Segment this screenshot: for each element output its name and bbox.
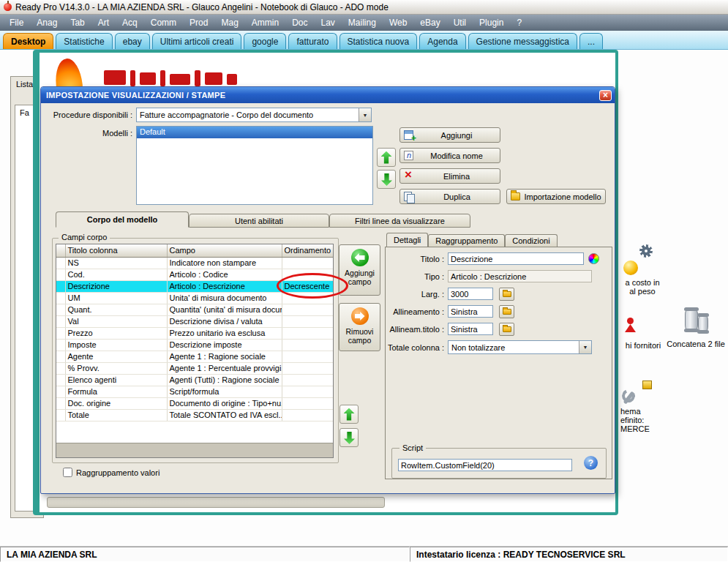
details-tab[interactable]: Dettagli (386, 233, 428, 247)
models-listbox[interactable]: Default (136, 126, 373, 205)
model-list-item[interactable]: Default (137, 127, 372, 138)
titolo-cell[interactable]: Descrizione (65, 280, 167, 292)
delete-model-button[interactable]: Elimina (399, 168, 500, 184)
model-section-tab[interactable]: Corpo del modello (56, 211, 189, 228)
menu-item[interactable]: File (3, 16, 30, 29)
desktop-tab[interactable]: Agenda (419, 33, 465, 49)
menu-item[interactable]: eBay (413, 16, 446, 29)
allineam-titolo-picker-button[interactable] (499, 323, 514, 336)
scroll-document-icon[interactable] (685, 309, 698, 331)
campo-cell[interactable]: Articolo : Codice (167, 269, 282, 280)
row-selector-cell[interactable] (56, 257, 65, 269)
row-selector-cell[interactable] (56, 292, 65, 304)
add-model-button[interactable]: Aggiungi (399, 127, 500, 143)
totale-colonna-select[interactable]: Non totalizzare (448, 340, 592, 354)
script-input[interactable] (398, 459, 572, 471)
campo-cell[interactable]: Totale SCONTATO ed IVA escl... (167, 409, 282, 421)
desktop-icon-label[interactable]: hi fornitori (619, 341, 667, 350)
rename-model-button[interactable]: Modifica nome (399, 148, 500, 163)
row-selector-cell[interactable] (56, 269, 65, 280)
grid-column-header[interactable]: Campo (167, 244, 282, 257)
campo-cell[interactable]: Documento di origine : Tipo+nu... (167, 397, 282, 409)
menu-item[interactable]: Prod (183, 16, 214, 29)
model-section-tab[interactable]: Utenti abilitati (189, 214, 329, 228)
titolo-cell[interactable]: Formula (65, 386, 167, 397)
desktop-icon-label[interactable]: Concatena 2 file (666, 340, 726, 348)
table-row[interactable]: Cod. Articolo : Codice (56, 269, 333, 280)
menu-item[interactable]: Mailing (342, 16, 383, 29)
color-wheel-icon[interactable] (588, 253, 599, 264)
desktop-icon-label[interactable]: a costo in (620, 278, 664, 287)
details-tab[interactable]: Raggruppamento (428, 234, 505, 247)
titolo-cell[interactable]: Elenco agenti (65, 374, 167, 386)
menu-item[interactable]: Tab (64, 16, 91, 29)
titolo-cell[interactable]: NS (65, 257, 167, 269)
titolo-input[interactable] (448, 252, 584, 265)
move-model-up-button[interactable] (377, 148, 396, 167)
grid-column-header[interactable]: Ordinamento (282, 244, 333, 257)
grid-selector-header[interactable] (56, 244, 65, 257)
titolo-cell[interactable]: Agente (65, 351, 167, 362)
chevron-down-icon[interactable] (579, 341, 591, 353)
table-row[interactable]: UM Unita' di misura documento (56, 292, 333, 304)
row-selector-cell[interactable] (56, 386, 65, 397)
ordinamento-cell[interactable] (282, 327, 333, 339)
campo-cell[interactable]: Indicatore non stampare (167, 257, 282, 269)
help-icon[interactable] (584, 456, 598, 470)
row-selector-cell[interactable] (56, 339, 65, 351)
row-selector-cell[interactable] (56, 315, 65, 327)
desktop-icon-label[interactable]: MERCE (620, 424, 657, 433)
add-field-button[interactable]: Aggiungi campo (339, 244, 380, 296)
table-row[interactable]: Quant. Quantita' (unita' di misura docum… (56, 304, 333, 315)
titolo-cell[interactable]: Totale (65, 409, 167, 421)
ordinamento-cell[interactable] (282, 374, 333, 386)
table-row[interactable]: % Provv. Agente 1 : Percentuale provvigi… (56, 362, 333, 374)
procedure-select[interactable]: Fatture accompagnatorie - Corpo del docu… (136, 108, 372, 122)
row-selector-cell[interactable] (56, 409, 65, 421)
row-selector-cell[interactable] (56, 304, 65, 315)
menu-item[interactable]: Doc (285, 16, 314, 29)
desktop-tab[interactable]: google (244, 33, 286, 49)
menu-item[interactable]: Util (447, 16, 473, 29)
ordinamento-cell[interactable] (282, 386, 333, 397)
table-row[interactable]: Prezzo Prezzo unitario iva esclusa (56, 327, 333, 339)
menu-item[interactable]: Web (383, 16, 413, 29)
grid-scroll-track[interactable] (56, 443, 333, 457)
move-field-up-button[interactable] (339, 405, 359, 424)
scroll-document-icon[interactable] (698, 315, 708, 332)
remove-field-button[interactable]: Rimuovi campo (339, 303, 380, 351)
menu-item[interactable]: Lav (315, 16, 342, 29)
titolo-cell[interactable]: Val (65, 315, 167, 327)
ordinamento-cell[interactable] (282, 339, 333, 351)
yellow-cube-icon[interactable] (642, 381, 652, 389)
menu-item[interactable]: Comm (144, 16, 183, 29)
menu-item[interactable]: Plugin (473, 16, 510, 29)
ordinamento-cell[interactable] (282, 269, 333, 280)
titolo-cell[interactable]: Prezzo (65, 327, 167, 339)
campo-cell[interactable]: Descrizione divisa / valuta (167, 315, 282, 327)
row-selector-cell[interactable] (56, 397, 65, 409)
menu-item[interactable]: Anag (30, 16, 64, 29)
details-tab[interactable]: Condizioni (505, 234, 557, 247)
campo-cell[interactable]: Quantita' (unita' di misura docum... (167, 304, 282, 315)
desktop-tab[interactable]: Statistiche (56, 33, 112, 49)
titolo-cell[interactable]: Doc. origine (65, 397, 167, 409)
campo-cell[interactable]: Agente 1 : Percentuale provvigi... (167, 362, 282, 374)
larg-picker-button[interactable] (499, 288, 514, 301)
ordinamento-cell[interactable] (282, 409, 333, 421)
campo-cell[interactable]: Descrizione imposte (167, 339, 282, 351)
titolo-cell[interactable]: Imposte (65, 339, 167, 351)
desktop-tab[interactable]: fatturato (288, 33, 337, 49)
desktop-tab[interactable]: ... (579, 33, 603, 49)
ordinamento-cell[interactable]: Decrescente (282, 280, 333, 292)
table-row[interactable]: Totale Totale SCONTATO ed IVA escl... (56, 409, 333, 421)
row-selector-cell[interactable] (56, 280, 65, 292)
titolo-cell[interactable]: Quant. (65, 304, 167, 315)
campo-cell[interactable]: Unita' di misura documento (167, 292, 282, 304)
allineamento-picker-button[interactable] (499, 305, 514, 318)
campo-cell[interactable]: Agenti (Tutti) : Ragione sociale (167, 374, 282, 386)
desktop-tab[interactable]: Desktop (3, 33, 53, 49)
row-selector-cell[interactable] (56, 327, 65, 339)
campo-cell[interactable]: Prezzo unitario iva esclusa (167, 327, 282, 339)
campo-cell[interactable]: Agente 1 : Ragione sociale (167, 351, 282, 362)
